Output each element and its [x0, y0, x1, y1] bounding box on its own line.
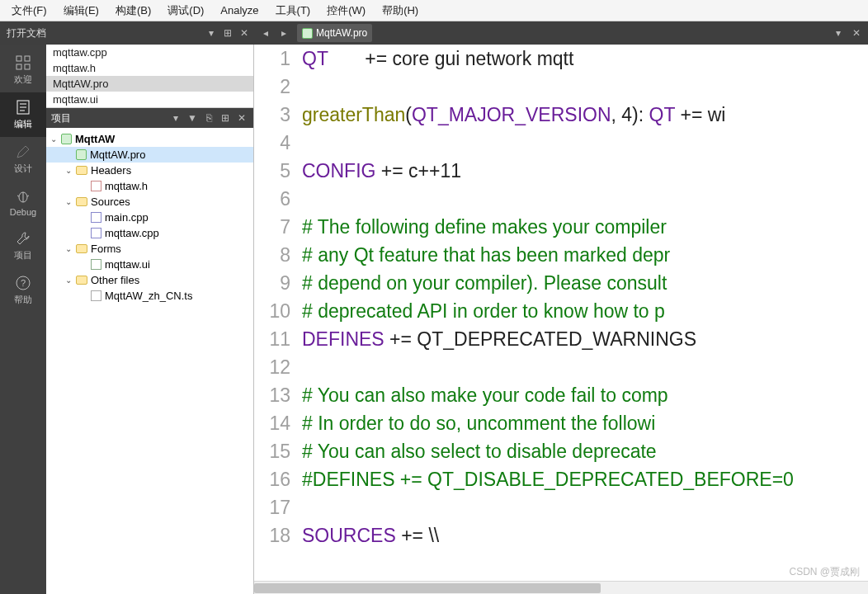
code-editor[interactable]: 1QT += core gui network mqtt2 3greaterTh…: [254, 45, 868, 594]
line-number: 6: [254, 185, 302, 213]
line-source[interactable]: [302, 353, 307, 381]
open-doc-item[interactable]: mqttaw.ui: [46, 92, 253, 107]
line-source[interactable]: [302, 185, 307, 213]
tree-row[interactable]: ⌄Other files: [46, 272, 253, 288]
code-line[interactable]: 1QT += core gui network mqtt: [254, 45, 868, 73]
line-source[interactable]: # In order to do so, uncomment the follo…: [302, 409, 655, 437]
line-source[interactable]: QT += core gui network mqtt: [302, 45, 573, 73]
code-line[interactable]: 6: [254, 185, 868, 213]
mode-project[interactable]: 项目: [0, 224, 46, 268]
line-number: 17: [254, 493, 302, 521]
line-source[interactable]: # The following define makes your compil…: [302, 213, 667, 241]
code-line[interactable]: 11DEFINES += QT_DEPRECATED_WARNINGS: [254, 325, 868, 353]
code-line[interactable]: 2: [254, 73, 868, 101]
nav-fwd-icon[interactable]: ▸: [276, 25, 292, 41]
code-line[interactable]: 18SOURCES += \\: [254, 521, 868, 549]
line-source[interactable]: # deprecated API in order to know how to…: [302, 297, 665, 325]
tab-dropdown-icon[interactable]: ▾: [830, 25, 847, 41]
folder-icon: [76, 197, 87, 206]
tree-row[interactable]: ⌄Headers: [46, 163, 253, 178]
line-source[interactable]: # You can also select to disable depreca…: [302, 437, 657, 465]
tree-row[interactable]: ⌄Sources: [46, 194, 253, 210]
mode-design[interactable]: 设计: [0, 137, 46, 182]
chevron-down-icon[interactable]: ▾: [169, 111, 182, 125]
line-number: 18: [254, 521, 302, 549]
code-line[interactable]: 3greaterThan(QT_MAJOR_VERSION, 4): QT +=…: [254, 101, 868, 129]
tree-row[interactable]: mqttaw.h: [46, 178, 253, 194]
close-panel-icon[interactable]: ✕: [238, 26, 251, 40]
code-line[interactable]: 15# You can also select to disable depre…: [254, 437, 868, 465]
menu-widgets[interactable]: 控件(W): [320, 2, 372, 20]
cpp-icon: [91, 212, 101, 223]
tree-row[interactable]: mqttaw.cpp: [46, 225, 253, 241]
line-source[interactable]: # depend on your compiler). Please consu…: [302, 269, 667, 297]
code-line[interactable]: 8# any Qt feature that has been marked d…: [254, 241, 868, 269]
tree-row[interactable]: mqttaw.ui: [46, 257, 253, 272]
side-panel: mqttaw.cppmqttaw.hMqttAW.promqttaw.ui 项目…: [46, 45, 254, 594]
line-source[interactable]: [302, 129, 307, 157]
tree-twist-icon[interactable]: ⌄: [64, 197, 73, 206]
line-source[interactable]: SOURCES += \\: [302, 521, 439, 549]
split-icon[interactable]: ⊞: [221, 26, 234, 40]
link-icon[interactable]: ⎘: [202, 111, 215, 125]
open-doc-item[interactable]: mqttaw.cpp: [46, 45, 253, 60]
code-line[interactable]: 4: [254, 129, 868, 157]
menu-file[interactable]: 文件(F): [5, 2, 54, 20]
editor-tab[interactable]: MqttAW.pro: [297, 24, 372, 42]
tab-close-icon[interactable]: ✕: [848, 25, 865, 41]
code-line[interactable]: 9# depend on your compiler). Please cons…: [254, 269, 868, 297]
tree-twist-icon[interactable]: ⌄: [50, 134, 58, 144]
mode-debug[interactable]: Debug: [0, 182, 46, 224]
tree-row[interactable]: ⌄Forms: [46, 241, 253, 257]
menu-analyze[interactable]: Analyze: [214, 2, 265, 18]
mode-edit[interactable]: 编辑: [0, 92, 46, 137]
line-source[interactable]: # You can also make your code fail to co…: [302, 381, 668, 409]
svg-rect-1: [25, 56, 30, 61]
split-icon[interactable]: ⊞: [219, 111, 232, 125]
tree-row[interactable]: ⌄MqttAW: [46, 131, 253, 147]
code-line[interactable]: 17: [254, 493, 868, 521]
code-line[interactable]: 7# The following define makes your compi…: [254, 213, 868, 241]
open-doc-item[interactable]: mqttaw.h: [46, 60, 253, 76]
horizontal-scrollbar[interactable]: [254, 581, 868, 594]
chevron-down-icon[interactable]: ▾: [205, 26, 218, 40]
scrollbar-thumb[interactable]: [254, 583, 601, 593]
open-doc-item[interactable]: MqttAW.pro: [46, 76, 253, 92]
nav-back-icon[interactable]: ◂: [257, 25, 274, 41]
line-source[interactable]: [302, 493, 307, 521]
code-line[interactable]: 14# In order to do so, uncomment the fol…: [254, 409, 868, 437]
code-line[interactable]: 5CONFIG += c++11: [254, 157, 868, 185]
line-source[interactable]: [302, 73, 307, 101]
code-line[interactable]: 16#DEFINES += QT_DISABLE_DEPRECATED_BEFO…: [254, 465, 868, 493]
line-source[interactable]: DEFINES += QT_DEPRECATED_WARNINGS: [302, 325, 696, 353]
filter-icon[interactable]: ▼: [186, 111, 199, 125]
tree-twist-icon[interactable]: ⌄: [64, 244, 73, 253]
tree-row[interactable]: main.cpp: [46, 210, 253, 225]
mode-welcome[interactable]: 欢迎: [0, 48, 46, 92]
project-tree[interactable]: ⌄MqttAWMqttAW.pro⌄Headersmqttaw.h⌄Source…: [46, 128, 253, 594]
code-line[interactable]: 13# You can also make your code fail to …: [254, 381, 868, 409]
mode-edit-label: 编辑: [14, 118, 32, 130]
txt-icon: [91, 290, 101, 301]
code-line[interactable]: 10# deprecated API in order to know how …: [254, 297, 868, 325]
line-source[interactable]: #DEFINES += QT_DISABLE_DEPRECATED_BEFORE…: [302, 465, 794, 493]
mode-help-label: 帮助: [14, 294, 32, 306]
line-number: 10: [254, 297, 302, 325]
menu-tools[interactable]: 工具(T): [269, 2, 318, 20]
mode-help[interactable]: ? 帮助: [0, 268, 46, 313]
folder-icon: [76, 276, 87, 285]
line-source[interactable]: # any Qt feature that has been marked de…: [302, 241, 670, 269]
menu-edit[interactable]: 编辑(E): [57, 2, 106, 20]
menu-help[interactable]: 帮助(H): [375, 2, 425, 20]
menu-debug[interactable]: 调试(D): [161, 2, 210, 20]
menu-build[interactable]: 构建(B): [109, 2, 158, 20]
tree-twist-icon[interactable]: ⌄: [64, 276, 73, 285]
tree-twist-icon[interactable]: ⌄: [64, 166, 73, 175]
code-line[interactable]: 12: [254, 353, 868, 381]
line-number: 11: [254, 325, 302, 353]
line-source[interactable]: greaterThan(QT_MAJOR_VERSION, 4): QT += …: [302, 101, 725, 129]
tree-row[interactable]: MqttAW_zh_CN.ts: [46, 288, 253, 304]
line-source[interactable]: CONFIG += c++11: [302, 157, 461, 185]
close-panel-icon[interactable]: ✕: [235, 111, 248, 125]
tree-row[interactable]: MqttAW.pro: [46, 147, 253, 163]
